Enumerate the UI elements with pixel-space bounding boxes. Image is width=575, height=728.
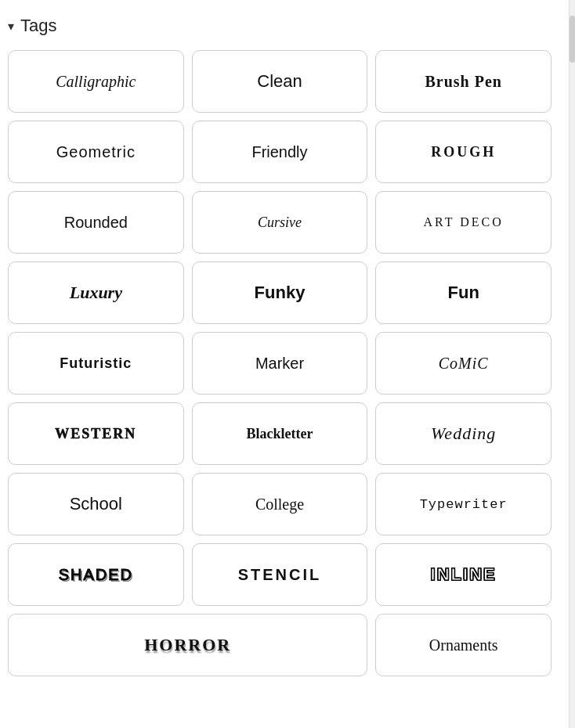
tags-header[interactable]: ▾ Tags [8,16,567,36]
tag-friendly[interactable]: Friendly [192,121,368,183]
tag-brush-pen[interactable]: Brush Pen [375,50,551,113]
chevron-icon: ▾ [8,19,14,34]
scrollbar-thumb[interactable] [570,16,575,63]
tag-marker[interactable]: Marker [192,332,368,395]
tag-rough[interactable]: ROUGH [375,121,551,183]
tag-ornaments[interactable]: Ornaments [375,614,551,676]
scrollbar[interactable] [569,0,575,728]
tag-art-deco[interactable]: ART DECO [375,191,551,254]
tags-grid: CalligraphicCleanBrush PenGeometricFrien… [8,50,567,676]
tag-cursive[interactable]: Cursive [192,191,368,254]
tag-funky[interactable]: Funky [192,261,368,324]
tag-rounded[interactable]: Rounded [8,191,184,254]
tag-luxury[interactable]: Luxury [8,261,184,324]
tag-calligraphic[interactable]: Calligraphic [8,50,184,113]
tag-comic[interactable]: CoMiC [375,332,551,395]
tag-inline[interactable]: INLINE [375,543,551,606]
tag-horror[interactable]: HORROR [8,614,367,676]
tag-futuristic[interactable]: Futuristic [8,332,184,395]
tag-wedding[interactable]: Wedding [375,402,551,465]
tag-college[interactable]: College [192,473,368,535]
tags-title: Tags [20,16,56,36]
tag-fun[interactable]: Fun [375,261,551,324]
tag-geometric[interactable]: Geometric [8,121,184,183]
tag-blackletter[interactable]: Blackletter [192,402,368,465]
tag-shaded[interactable]: SHADED [8,543,184,606]
tag-typewriter[interactable]: Typewriter [375,473,551,535]
tag-school[interactable]: School [8,473,184,535]
tag-clean[interactable]: Clean [192,50,368,113]
tag-stencil[interactable]: STENCIL [192,543,368,606]
tag-western[interactable]: WESTERN [8,402,184,465]
